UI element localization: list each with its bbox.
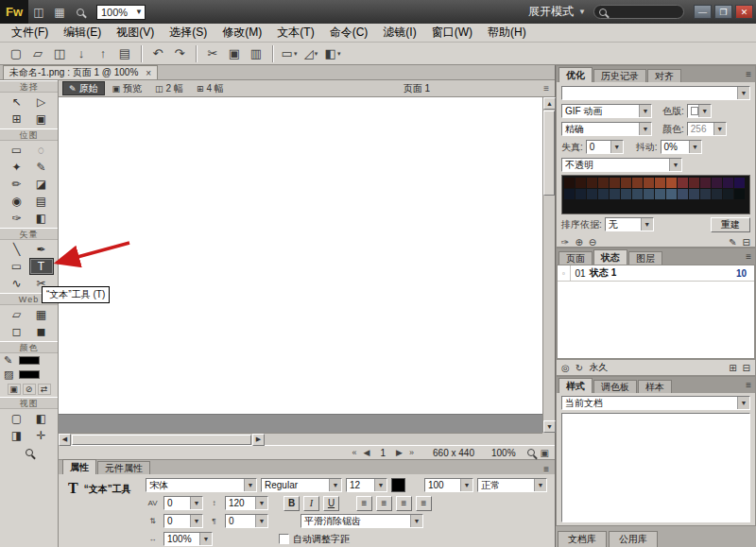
palette-swatch[interactable]	[734, 178, 745, 188]
workspace-switcher[interactable]: 展开模式 ▼	[521, 4, 593, 20]
remove-transparency-icon[interactable]: ⊖	[589, 237, 596, 248]
palette-swatch[interactable]	[666, 178, 677, 188]
blend-mode-select[interactable]: 正常▼	[477, 478, 547, 492]
view-tab-two-up[interactable]: ◫2 幅	[149, 81, 189, 95]
preset-select[interactable]: ▼	[561, 86, 750, 100]
palette-select[interactable]: 精确▼	[561, 122, 652, 136]
leading-select[interactable]: 120▼	[225, 496, 268, 510]
styles-list[interactable]	[561, 413, 750, 522]
search-icon[interactable]	[70, 6, 91, 19]
crop-document-button[interactable]: ▭▾	[279, 44, 300, 63]
palette-swatch[interactable]	[632, 189, 643, 199]
arrange-dropdown-icon[interactable]: ▾	[337, 50, 341, 58]
edit-color-icon[interactable]: ✎	[729, 237, 736, 248]
lasso-tool-button[interactable]: ◌	[29, 142, 54, 159]
restore-button[interactable]: ❐	[714, 5, 732, 19]
last-state-button[interactable]: »	[407, 448, 416, 457]
magnify-icon[interactable]	[527, 449, 535, 456]
zoom-tool-button[interactable]	[17, 444, 42, 461]
arrange-button[interactable]: ◧▾	[322, 44, 343, 63]
fill-color-well[interactable]: ▨	[0, 368, 58, 382]
eraser-tool-button[interactable]: ◪	[29, 176, 54, 193]
search-input[interactable]	[610, 7, 677, 17]
stroke-color-well[interactable]: ✎	[0, 353, 58, 368]
hotspot-tool-button[interactable]: ▱	[5, 306, 29, 323]
transparency-select[interactable]: 不透明▼	[561, 158, 682, 172]
fill-color-swatch[interactable]	[19, 370, 40, 379]
state-name[interactable]: 状态 1	[590, 266, 616, 280]
palette-swatch[interactable]	[723, 178, 733, 188]
marquee-tool-button[interactable]: ▭	[5, 142, 29, 159]
crop-document-dropdown-icon[interactable]: ▾	[294, 50, 298, 58]
vertical-scroll-thumb[interactable]	[543, 111, 555, 196]
zoom-level-select[interactable]: 100% ▼	[96, 5, 146, 20]
panel-tab-swatches[interactable]: 样本	[638, 380, 672, 393]
no-color-button[interactable]: ⊘	[23, 384, 36, 395]
undo-button[interactable]: ↶	[147, 44, 168, 63]
common-library-tab[interactable]: 公用库	[609, 531, 658, 547]
loop-icon[interactable]: ↻	[576, 363, 583, 373]
palette-swatch[interactable]	[598, 178, 609, 188]
bold-button[interactable]: B	[284, 496, 300, 511]
menu-commands[interactable]: 命令(C)	[322, 23, 376, 43]
default-colors-button[interactable]: ▣	[8, 384, 21, 395]
palette-swatch[interactable]	[678, 189, 688, 199]
document-tab[interactable]: 未命名-1.png : 页面 1 @ 100% ×	[3, 65, 158, 79]
palette-swatch[interactable]	[723, 189, 733, 199]
save-file-button[interactable]: ◫	[49, 44, 70, 63]
palette-swatch[interactable]	[598, 189, 609, 199]
horizontal-scale-select[interactable]: 100%▼	[163, 532, 213, 546]
palette-swatch[interactable]	[587, 178, 597, 188]
scale-tool-button[interactable]: ⊞	[5, 111, 29, 128]
copy-button[interactable]: ▣	[224, 44, 245, 63]
brush-tool-button[interactable]: ✎	[29, 159, 54, 176]
extensions-icon[interactable]: ▦	[49, 6, 70, 19]
rebuild-button[interactable]: 重建	[711, 217, 750, 232]
crop-tool-button[interactable]: ▣	[29, 111, 54, 128]
view-tab-original[interactable]: ✎原始	[62, 81, 105, 95]
panel-menu-icon[interactable]: ≡	[543, 464, 549, 474]
magic-wand-tool-button[interactable]: ✦	[5, 159, 29, 176]
loss-select[interactable]: 0▼	[586, 140, 624, 154]
palette-swatch[interactable]	[644, 189, 654, 199]
font-size-select[interactable]: 12▼	[346, 478, 387, 492]
panel-menu-icon[interactable]: ≡	[746, 69, 751, 79]
menu-select[interactable]: 选择(S)	[162, 23, 215, 43]
new-document-button[interactable]: ▢	[6, 44, 26, 63]
import-button[interactable]: ↓	[71, 44, 92, 63]
state-row[interactable]: ▫ 01 状态 1 10	[558, 265, 754, 282]
palette-swatch[interactable]	[644, 178, 654, 188]
menu-modify[interactable]: 修改(M)	[215, 23, 269, 43]
transparency-eyedropper-icon[interactable]: ✑	[561, 237, 569, 248]
font-style-select[interactable]: Regular▼	[261, 478, 342, 492]
align-left-button[interactable]: ≡	[356, 496, 372, 511]
new-state-icon[interactable]: ⊞	[729, 363, 736, 373]
palette-swatch[interactable]	[610, 189, 620, 199]
menu-help[interactable]: 帮助(H)	[480, 23, 534, 43]
open-file-button[interactable]: ▱	[27, 44, 48, 63]
panel-tab-history[interactable]: 历史记录	[593, 69, 646, 82]
palette-swatch[interactable]	[564, 189, 575, 199]
panel-tab-align[interactable]: 对齐	[647, 69, 681, 82]
bridge-icon[interactable]: ◫	[28, 6, 49, 19]
menu-edit[interactable]: 编辑(E)	[56, 23, 109, 43]
stroke-color-swatch[interactable]	[19, 356, 40, 365]
text-tool-button[interactable]: T	[29, 258, 54, 275]
palette-swatch[interactable]	[621, 178, 631, 188]
baseline-shift-select[interactable]: 0▼	[163, 514, 203, 528]
free-transform-button[interactable]: ◿▾	[301, 44, 321, 63]
panel-tab-layers[interactable]: 图层	[628, 251, 662, 265]
scroll-up-button[interactable]: ▲	[543, 97, 556, 110]
scroll-left-button[interactable]: ◀	[59, 434, 71, 446]
pointer-tool-button[interactable]: ↖	[5, 94, 29, 111]
page-menu-icon[interactable]: ≡	[543, 83, 549, 94]
menu-window[interactable]: 窗口(W)	[424, 23, 480, 43]
sort-by-select[interactable]: 无▼	[605, 217, 654, 231]
colors-count-select[interactable]: 256▼	[687, 122, 727, 136]
hide-slices-button-button[interactable]: ◻	[5, 323, 29, 340]
dither-select[interactable]: 0%▼	[661, 140, 702, 154]
palette-swatch[interactable]	[734, 189, 745, 199]
align-center-button[interactable]: ≡	[376, 496, 392, 511]
scroll-down-button[interactable]: ▼	[543, 420, 556, 433]
rubber-stamp-tool-button[interactable]: ▤	[29, 193, 54, 210]
